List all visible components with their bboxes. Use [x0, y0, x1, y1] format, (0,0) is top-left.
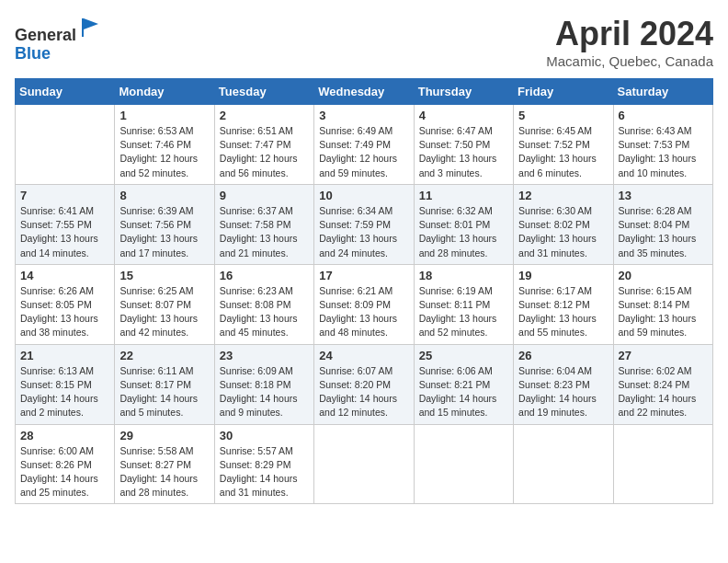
calendar-cell: 23Sunrise: 6:09 AM Sunset: 8:18 PM Dayli…: [214, 344, 313, 424]
week-row-1: 1Sunrise: 6:53 AM Sunset: 7:46 PM Daylig…: [16, 105, 713, 185]
weekday-header-sunday: Sunday: [16, 79, 115, 105]
day-number: 21: [20, 349, 109, 362]
calendar-cell: 20Sunrise: 6:15 AM Sunset: 8:14 PM Dayli…: [613, 264, 712, 344]
day-number: 16: [220, 269, 309, 282]
calendar-cell: 28Sunrise: 6:00 AM Sunset: 8:26 PM Dayli…: [16, 424, 115, 504]
calendar-cell: 30Sunrise: 5:57 AM Sunset: 8:29 PM Dayli…: [214, 424, 313, 504]
calendar-cell: 9Sunrise: 6:37 AM Sunset: 7:58 PM Daylig…: [214, 184, 313, 264]
day-info: Sunrise: 6:25 AM Sunset: 8:07 PM Dayligh…: [119, 284, 209, 340]
weekday-header-row: SundayMondayTuesdayWednesdayThursdayFrid…: [16, 79, 713, 105]
day-number: 23: [220, 349, 309, 362]
day-info: Sunrise: 6:51 AM Sunset: 7:47 PM Dayligh…: [220, 124, 309, 180]
logo-flag-icon: [78, 15, 104, 40]
day-number: 1: [119, 109, 209, 122]
day-number: 8: [119, 189, 209, 202]
day-info: Sunrise: 6:13 AM Sunset: 8:15 PM Dayligh…: [20, 364, 109, 420]
day-info: Sunrise: 6:53 AM Sunset: 7:46 PM Dayligh…: [119, 124, 209, 180]
day-number: 4: [419, 109, 508, 122]
day-info: Sunrise: 6:43 AM Sunset: 7:53 PM Dayligh…: [619, 124, 708, 180]
calendar-cell: 1Sunrise: 6:53 AM Sunset: 7:46 PM Daylig…: [115, 105, 214, 185]
day-number: 2: [220, 109, 309, 122]
day-info: Sunrise: 6:00 AM Sunset: 8:26 PM Dayligh…: [20, 444, 109, 500]
weekday-header-thursday: Thursday: [414, 79, 513, 105]
week-row-4: 21Sunrise: 6:13 AM Sunset: 8:15 PM Dayli…: [16, 344, 713, 424]
calendar-cell: 12Sunrise: 6:30 AM Sunset: 8:02 PM Dayli…: [514, 184, 613, 264]
calendar-cell: 29Sunrise: 5:58 AM Sunset: 8:27 PM Dayli…: [115, 424, 214, 504]
calendar-cell: 8Sunrise: 6:39 AM Sunset: 7:56 PM Daylig…: [115, 184, 214, 264]
day-info: Sunrise: 6:41 AM Sunset: 7:55 PM Dayligh…: [20, 204, 109, 260]
calendar-cell: 2Sunrise: 6:51 AM Sunset: 7:47 PM Daylig…: [214, 105, 313, 185]
calendar-cell: 19Sunrise: 6:17 AM Sunset: 8:12 PM Dayli…: [514, 264, 613, 344]
day-number: 30: [220, 429, 309, 442]
day-number: 25: [419, 349, 508, 362]
logo-blue: Blue: [15, 44, 51, 63]
weekday-header-friday: Friday: [514, 79, 613, 105]
weekday-header-saturday: Saturday: [613, 79, 712, 105]
calendar-cell: 27Sunrise: 6:02 AM Sunset: 8:24 PM Dayli…: [613, 344, 712, 424]
day-info: Sunrise: 6:28 AM Sunset: 8:04 PM Dayligh…: [619, 204, 708, 260]
calendar-cell: [414, 424, 513, 504]
calendar-cell: 13Sunrise: 6:28 AM Sunset: 8:04 PM Dayli…: [613, 184, 712, 264]
day-number: 22: [119, 349, 209, 362]
calendar-cell: 5Sunrise: 6:45 AM Sunset: 7:52 PM Daylig…: [514, 105, 613, 185]
day-info: Sunrise: 6:11 AM Sunset: 8:17 PM Dayligh…: [119, 364, 209, 420]
title-block: April 2024 Macamic, Quebec, Canada: [546, 15, 713, 69]
day-info: Sunrise: 6:06 AM Sunset: 8:21 PM Dayligh…: [419, 364, 508, 420]
day-info: Sunrise: 5:57 AM Sunset: 8:29 PM Dayligh…: [220, 444, 309, 500]
week-row-5: 28Sunrise: 6:00 AM Sunset: 8:26 PM Dayli…: [16, 424, 713, 504]
day-number: 3: [319, 109, 408, 122]
calendar-cell: 14Sunrise: 6:26 AM Sunset: 8:05 PM Dayli…: [16, 264, 115, 344]
week-row-2: 7Sunrise: 6:41 AM Sunset: 7:55 PM Daylig…: [16, 184, 713, 264]
day-number: 24: [319, 349, 408, 362]
calendar-cell: 26Sunrise: 6:04 AM Sunset: 8:23 PM Dayli…: [514, 344, 613, 424]
calendar-cell: [16, 105, 115, 185]
day-info: Sunrise: 6:19 AM Sunset: 8:11 PM Dayligh…: [419, 284, 508, 340]
day-info: Sunrise: 6:45 AM Sunset: 7:52 PM Dayligh…: [518, 124, 608, 180]
day-info: Sunrise: 6:09 AM Sunset: 8:18 PM Dayligh…: [220, 364, 309, 420]
day-info: Sunrise: 6:34 AM Sunset: 7:59 PM Dayligh…: [319, 204, 408, 260]
month-title: April 2024: [546, 15, 713, 53]
day-info: Sunrise: 6:17 AM Sunset: 8:12 PM Dayligh…: [518, 284, 608, 340]
day-number: 12: [518, 189, 608, 202]
day-number: 6: [619, 109, 708, 122]
day-info: Sunrise: 6:07 AM Sunset: 8:20 PM Dayligh…: [319, 364, 408, 420]
calendar-cell: 11Sunrise: 6:32 AM Sunset: 8:01 PM Dayli…: [414, 184, 513, 264]
day-number: 17: [319, 269, 408, 282]
calendar-cell: 16Sunrise: 6:23 AM Sunset: 8:08 PM Dayli…: [214, 264, 313, 344]
week-row-3: 14Sunrise: 6:26 AM Sunset: 8:05 PM Dayli…: [16, 264, 713, 344]
calendar-body: 1Sunrise: 6:53 AM Sunset: 7:46 PM Daylig…: [16, 105, 713, 504]
calendar-cell: 17Sunrise: 6:21 AM Sunset: 8:09 PM Dayli…: [314, 264, 414, 344]
day-number: 28: [20, 429, 109, 442]
day-info: Sunrise: 6:30 AM Sunset: 8:02 PM Dayligh…: [518, 204, 608, 260]
day-number: 9: [220, 189, 309, 202]
day-number: 20: [619, 269, 708, 282]
weekday-header-monday: Monday: [115, 79, 214, 105]
weekday-header-wednesday: Wednesday: [314, 79, 414, 105]
calendar-cell: 7Sunrise: 6:41 AM Sunset: 7:55 PM Daylig…: [16, 184, 115, 264]
calendar-cell: 24Sunrise: 6:07 AM Sunset: 8:20 PM Dayli…: [314, 344, 414, 424]
day-info: Sunrise: 6:47 AM Sunset: 7:50 PM Dayligh…: [419, 124, 508, 180]
logo: General Blue: [15, 15, 104, 63]
location: Macamic, Quebec, Canada: [546, 53, 713, 69]
day-info: Sunrise: 6:49 AM Sunset: 7:49 PM Dayligh…: [319, 124, 408, 180]
day-info: Sunrise: 6:39 AM Sunset: 7:56 PM Dayligh…: [119, 204, 209, 260]
calendar-cell: 4Sunrise: 6:47 AM Sunset: 7:50 PM Daylig…: [414, 105, 513, 185]
day-number: 11: [419, 189, 508, 202]
day-number: 26: [518, 349, 608, 362]
calendar-cell: 6Sunrise: 6:43 AM Sunset: 7:53 PM Daylig…: [613, 105, 712, 185]
calendar-cell: 21Sunrise: 6:13 AM Sunset: 8:15 PM Dayli…: [16, 344, 115, 424]
day-number: 27: [619, 349, 708, 362]
day-number: 13: [619, 189, 708, 202]
page-header: General Blue April 2024 Macamic, Quebec,…: [15, 15, 713, 69]
svg-marker-0: [82, 18, 98, 37]
calendar-cell: 18Sunrise: 6:19 AM Sunset: 8:11 PM Dayli…: [414, 264, 513, 344]
day-number: 19: [518, 269, 608, 282]
day-info: Sunrise: 6:04 AM Sunset: 8:23 PM Dayligh…: [518, 364, 608, 420]
day-number: 7: [20, 189, 109, 202]
calendar-cell: 3Sunrise: 6:49 AM Sunset: 7:49 PM Daylig…: [314, 105, 414, 185]
day-info: Sunrise: 6:37 AM Sunset: 7:58 PM Dayligh…: [220, 204, 309, 260]
calendar-cell: [613, 424, 712, 504]
day-number: 29: [119, 429, 209, 442]
calendar-cell: 10Sunrise: 6:34 AM Sunset: 7:59 PM Dayli…: [314, 184, 414, 264]
day-info: Sunrise: 6:02 AM Sunset: 8:24 PM Dayligh…: [619, 364, 708, 420]
